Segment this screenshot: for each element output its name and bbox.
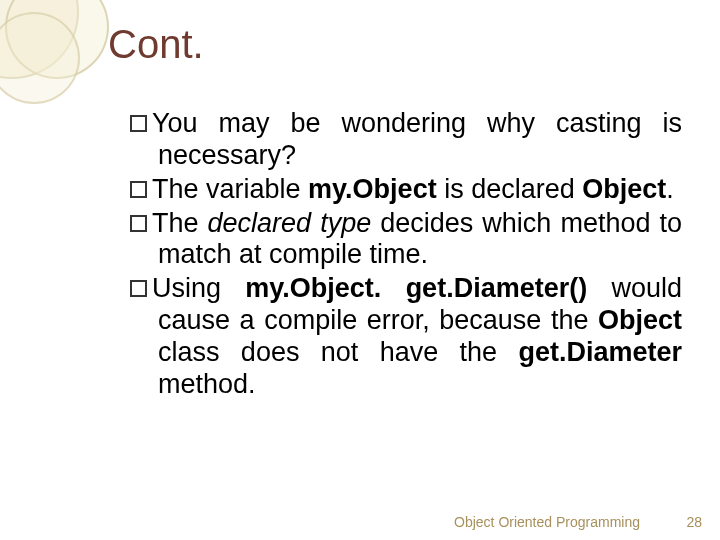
- bullet-item: The variable my.Object is declared Objec…: [130, 174, 682, 206]
- footer-text: Object Oriented Programming: [454, 514, 640, 530]
- bullet-text: You may be wondering why casting is nece…: [152, 108, 682, 170]
- checkbox-icon: [130, 181, 147, 198]
- bullet-text: The variable my.Object is declared Objec…: [152, 174, 674, 204]
- bullet-item: The declared type decides which method t…: [130, 208, 682, 272]
- slide: Cont. You may be wondering why casting i…: [0, 0, 720, 540]
- checkbox-icon: [130, 280, 147, 297]
- bullet-text: Using my.Object. get.Diameter() would ca…: [152, 273, 682, 399]
- page-number: 28: [686, 514, 702, 530]
- bullet-item: Using my.Object. get.Diameter() would ca…: [130, 273, 682, 400]
- checkbox-icon: [130, 115, 147, 132]
- slide-title: Cont.: [108, 22, 204, 67]
- bullet-item: You may be wondering why casting is nece…: [130, 108, 682, 172]
- slide-body: You may be wondering why casting is nece…: [130, 108, 682, 403]
- bullet-text: The declared type decides which method t…: [152, 208, 682, 270]
- checkbox-icon: [130, 215, 147, 232]
